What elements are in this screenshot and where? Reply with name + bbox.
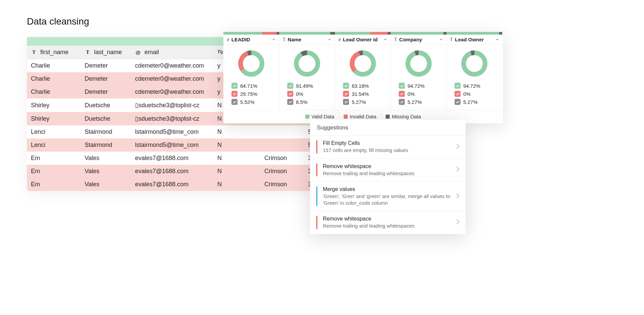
strip-segment — [446, 32, 499, 35]
table-cell: cdemeter0@weather.com — [131, 72, 213, 85]
stat-missing: 5.27% — [450, 98, 499, 106]
stat-value: 0% — [463, 91, 471, 97]
sort-icon[interactable] — [272, 37, 275, 42]
check-icon — [343, 83, 349, 89]
table-cell: Lenci — [27, 125, 81, 139]
table-cell: cdemeter0@weather.com — [131, 85, 213, 99]
legend-missing: Missing Data — [386, 114, 421, 119]
check-icon — [287, 91, 293, 97]
quality-column-header[interactable]: TLead Owner — [446, 35, 502, 44]
suggestion-text: Remove whitespaceRemove trailing and lea… — [323, 216, 456, 229]
table-cell: Duetsche — [81, 112, 131, 125]
quality-column-body: 94.72%0%5.27% — [446, 45, 502, 110]
suggestion-item[interactable]: Remove whitespaceRemove trailing and lea… — [310, 211, 466, 234]
suggestion-accent — [316, 186, 317, 206]
sort-icon[interactable] — [328, 37, 331, 42]
table-cell: Stairmond — [81, 139, 131, 152]
table-cell: Stairmond — [81, 125, 131, 139]
type-icon: T — [31, 49, 37, 55]
stat-invalid: 0% — [283, 90, 331, 98]
stat-value: 5.27% — [352, 99, 366, 105]
page-title: Data cleansing — [27, 16, 89, 27]
donut-chart — [404, 49, 433, 78]
table-cell: evales7@1688.com — [131, 165, 213, 178]
stat-value: 5.52% — [240, 99, 255, 105]
table-cell: lstairmond5@time_com — [131, 125, 213, 139]
stat-value: 8.5% — [296, 99, 307, 105]
stat-value: 94.72% — [463, 83, 480, 89]
quality-panel: #LEADIDTName#Lead Owner IdTCompanyTLead … — [223, 32, 503, 123]
suggestion-item[interactable]: Remove whitespaceRemove trailing and lea… — [310, 158, 466, 182]
check-icon — [455, 99, 461, 105]
column-header[interactable]: Tfirst_name — [27, 46, 81, 59]
quality-column-header[interactable]: TName — [279, 35, 335, 44]
type-icon: T — [450, 37, 453, 42]
quality-column-header[interactable]: TCompany — [391, 35, 446, 44]
check-icon — [343, 99, 349, 105]
column-label: first_name — [40, 49, 69, 56]
strip-segment — [276, 32, 279, 35]
quality-column-label: LEADID — [231, 37, 250, 42]
check-icon — [399, 83, 405, 89]
donut-chart — [349, 49, 377, 78]
quality-column-header[interactable]: #Lead Owner Id — [335, 35, 390, 44]
strip-segment — [330, 32, 335, 35]
suggestion-title: Remove whitespace — [323, 216, 456, 222]
table-cell: Crimson — [260, 165, 304, 178]
stat-valid: 94.72% — [450, 82, 499, 90]
table-cell: Vales — [81, 178, 131, 191]
quality-column-label: Company — [399, 37, 422, 42]
stat-valid: 64.71% — [227, 82, 275, 90]
table-cell: Charlie — [27, 59, 81, 72]
svg-point-12 — [408, 53, 429, 74]
quality-column-header[interactable]: #LEADID — [223, 35, 279, 44]
table-cell: Shirley — [27, 99, 81, 112]
check-icon — [343, 91, 349, 97]
table-cell: N — [213, 125, 260, 139]
table-cell: N — [213, 139, 260, 152]
table-cell: Demeter — [81, 59, 131, 72]
suggestion-item[interactable]: Fill Empty Cells157 cells are empty, fil… — [310, 135, 466, 158]
stat-value: 31.54% — [352, 91, 369, 97]
sort-icon[interactable] — [439, 37, 443, 42]
donut-chart — [293, 49, 321, 78]
sort-icon[interactable] — [496, 37, 499, 42]
stat-value: 29.75% — [240, 91, 257, 97]
quality-column-label: Lead Owner — [455, 37, 484, 42]
check-icon — [455, 91, 461, 97]
check-icon — [399, 99, 405, 105]
suggestions-title: Suggestions — [310, 120, 466, 135]
strip-segment — [279, 32, 330, 35]
type-icon: T — [85, 49, 91, 55]
stat-value: 5.27% — [407, 99, 422, 105]
column-header[interactable]: @email — [131, 46, 213, 59]
stat-valid: 91.49% — [283, 82, 331, 90]
quality-column-label: Lead Owner Id — [343, 37, 378, 42]
type-icon: T/F — [217, 49, 223, 55]
table-cell: Vales — [81, 152, 131, 165]
suggestions-list: Fill Empty Cells157 cells are empty, fil… — [310, 135, 466, 234]
suggestion-accent — [316, 163, 317, 177]
stat-invalid: 31.54% — [338, 90, 387, 98]
column-header[interactable]: Tlast_name — [81, 46, 131, 59]
chevron-right-icon — [456, 167, 460, 173]
check-icon — [287, 83, 293, 89]
check-icon — [455, 83, 461, 89]
table-cell: Demeter — [81, 85, 131, 99]
table-cell: Em — [27, 165, 81, 178]
chevron-right-icon — [456, 144, 460, 150]
table-cell: Em — [27, 178, 81, 191]
table-cell: Charlie — [27, 72, 81, 85]
table-cell: Charlie — [27, 85, 81, 99]
sort-icon[interactable] — [384, 37, 387, 42]
table-cell: Em — [27, 152, 81, 165]
suggestion-item[interactable]: Merge values'Green', 'Gren' and 'green' … — [310, 181, 466, 211]
stat-value: 0% — [296, 91, 303, 97]
stat-value: 0% — [407, 91, 415, 97]
table-cell: N — [213, 178, 260, 191]
type-icon: # — [338, 37, 341, 42]
check-icon — [231, 83, 238, 89]
stat-valid: 63.18% — [338, 82, 387, 90]
quality-header-row: #LEADIDTName#Lead Owner IdTCompanyTLead … — [223, 35, 503, 45]
table-cell: lstairmond5@time_com — [131, 139, 213, 152]
